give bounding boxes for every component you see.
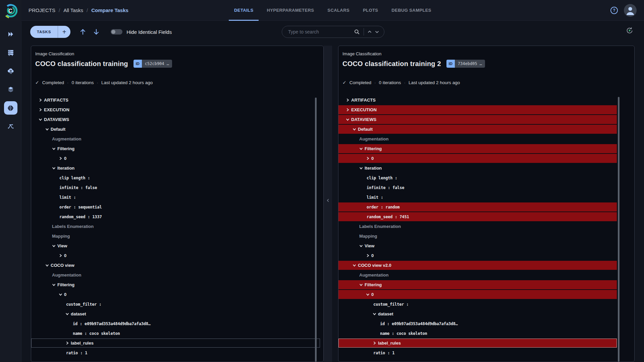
chevron-down-icon[interactable] xyxy=(52,244,57,248)
tree-row[interactable]: 0 xyxy=(338,290,617,299)
tree-row[interactable]: dataset xyxy=(31,309,320,318)
tree-row[interactable]: order : sequential xyxy=(31,202,320,212)
tree-row[interactable]: Default xyxy=(31,125,320,134)
prev-diff-arrow-up-icon[interactable] xyxy=(78,27,87,36)
tree-row[interactable]: Filtering xyxy=(31,144,320,153)
tree-row[interactable]: Augmentation xyxy=(338,270,617,280)
tree-row[interactable]: Labels Enumeration xyxy=(31,222,320,231)
sidebar-item-applications[interactable] xyxy=(4,64,17,78)
tree-row[interactable]: DATAVIEWS xyxy=(31,115,320,124)
tree-row[interactable]: 0 xyxy=(31,154,320,163)
tree-row[interactable]: EXECUTION xyxy=(31,105,320,114)
chevron-down-icon[interactable] xyxy=(359,166,365,170)
chevron-right-icon[interactable] xyxy=(366,254,371,257)
tree-row[interactable]: clip length : xyxy=(338,173,617,182)
scrollbar[interactable] xyxy=(315,98,317,362)
search-icon[interactable] xyxy=(354,28,360,35)
chevron-right-icon[interactable] xyxy=(39,98,44,102)
chevron-right-icon[interactable] xyxy=(366,157,371,160)
tree-row[interactable]: name : coco skeleton xyxy=(31,329,320,338)
tree-row[interactable]: infinite : false xyxy=(338,183,617,192)
tree-row[interactable]: label_rules xyxy=(338,339,617,348)
breadcrumb-all-tasks[interactable]: All Tasks xyxy=(63,7,83,13)
chevron-down-icon[interactable] xyxy=(359,244,365,248)
search-next-chevron-down-icon[interactable] xyxy=(373,28,381,36)
tree-row[interactable]: 0 xyxy=(31,290,320,299)
tree-row[interactable]: ratio : 1 xyxy=(338,348,617,357)
tasks-button[interactable]: TASKS xyxy=(30,26,58,38)
chevron-right-icon[interactable] xyxy=(346,98,351,102)
chevron-down-icon[interactable] xyxy=(45,263,51,267)
sidebar-item-workers-queues[interactable] xyxy=(4,46,17,59)
tree-row[interactable]: 0 xyxy=(338,154,617,163)
tree-row[interactable]: View xyxy=(338,241,617,250)
tree-row[interactable]: Augmentation xyxy=(31,270,320,280)
tree-row[interactable]: ARTIFACTS xyxy=(338,96,617,105)
tree-row[interactable]: limit : xyxy=(338,193,617,202)
search-prev-chevron-up-icon[interactable] xyxy=(366,28,373,36)
help-icon[interactable]: ? xyxy=(610,7,618,14)
tree-row[interactable]: View xyxy=(31,241,320,250)
tree-row[interactable]: Mapping xyxy=(338,232,617,241)
clearml-logo[interactable]: C xyxy=(0,0,21,21)
add-task-button[interactable]: + xyxy=(58,26,70,38)
tree-row[interactable]: Augmentation xyxy=(338,134,617,143)
chevron-down-icon[interactable] xyxy=(59,293,64,296)
tree-row[interactable]: Default xyxy=(338,125,617,134)
tree-row[interactable]: Iteration xyxy=(338,164,617,173)
tree-row[interactable]: name : coco skeleton xyxy=(338,329,617,338)
chevron-right-icon[interactable] xyxy=(59,157,64,160)
next-diff-arrow-down-icon[interactable] xyxy=(92,27,101,36)
tree-row[interactable]: dataset xyxy=(338,309,617,318)
scrollbar[interactable] xyxy=(618,97,620,362)
tab-scalars[interactable]: SCALARS xyxy=(322,0,355,21)
tree-row[interactable]: COCO view v2.0 xyxy=(338,261,617,270)
sidebar-item-datasets[interactable] xyxy=(4,83,17,96)
tree-row[interactable]: 0 xyxy=(31,251,320,260)
tab-debug-samples[interactable]: DEBUG SAMPLES xyxy=(386,0,437,21)
tree-row[interactable]: id : e09b97ad353a484d9dba7afa3d8… xyxy=(338,319,617,328)
chevron-down-icon[interactable] xyxy=(39,118,44,121)
tree-row[interactable]: label_rules xyxy=(31,339,320,348)
sidebar-item-hyper-datasets[interactable] xyxy=(4,101,17,115)
tree-row[interactable]: Labels Enumeration xyxy=(338,222,617,231)
chevron-right-icon[interactable] xyxy=(39,108,44,112)
tree-row[interactable]: Filtering xyxy=(338,280,617,289)
chevron-right-icon[interactable] xyxy=(346,108,351,112)
tree-row[interactable]: id : e09b97ad353a484d9dba7afa3d8… xyxy=(31,319,320,328)
chevron-down-icon[interactable] xyxy=(52,147,57,150)
tree-row[interactable]: custom_filter : xyxy=(31,300,320,309)
chevron-down-icon[interactable] xyxy=(65,312,71,316)
tab-plots[interactable]: PLOTS xyxy=(358,0,383,21)
sidebar-item-pipelines[interactable] xyxy=(4,120,17,133)
auto-refresh-icon[interactable] xyxy=(626,26,634,35)
tree-row[interactable]: clip length : xyxy=(31,173,320,182)
chevron-down-icon[interactable] xyxy=(373,312,378,316)
tab-hyperparameters[interactable]: HYPERPARAMETERS xyxy=(262,0,320,21)
chevron-down-icon[interactable] xyxy=(353,263,358,267)
tree-row[interactable]: Iteration xyxy=(31,164,320,173)
chevron-down-icon[interactable] xyxy=(45,127,51,131)
tree-row[interactable]: DATAVIEWS xyxy=(338,115,617,124)
chevron-down-icon[interactable] xyxy=(366,293,371,296)
breadcrumb-projects[interactable]: PROJECTS xyxy=(29,7,55,13)
tree-row[interactable]: Filtering xyxy=(31,280,320,289)
breadcrumb-compare-tasks[interactable]: Compare Tasks xyxy=(91,7,128,13)
tree-row[interactable]: 0 xyxy=(338,251,617,260)
chevron-right-icon[interactable] xyxy=(65,341,71,345)
tree-row[interactable]: custom_filter : xyxy=(338,300,617,309)
chevron-down-icon[interactable] xyxy=(353,127,358,131)
search-input[interactable] xyxy=(288,29,354,35)
chevron-down-icon[interactable] xyxy=(359,283,365,287)
tree-row[interactable]: COCO view xyxy=(31,261,320,270)
chevron-right-icon[interactable] xyxy=(373,341,378,345)
tab-details[interactable]: DETAILS xyxy=(229,0,259,21)
tree-row[interactable]: random_seed : 7451 xyxy=(338,212,617,221)
user-avatar[interactable] xyxy=(624,4,637,17)
tree-row[interactable]: infinite : false xyxy=(31,183,320,192)
hide-identical-toggle[interactable] xyxy=(111,29,122,35)
tree-row[interactable]: Filtering xyxy=(338,144,617,153)
chevron-right-icon[interactable] xyxy=(59,254,64,257)
tree-row[interactable]: ARTIFACTS xyxy=(31,96,320,105)
tree-row[interactable]: limit : xyxy=(31,193,320,202)
